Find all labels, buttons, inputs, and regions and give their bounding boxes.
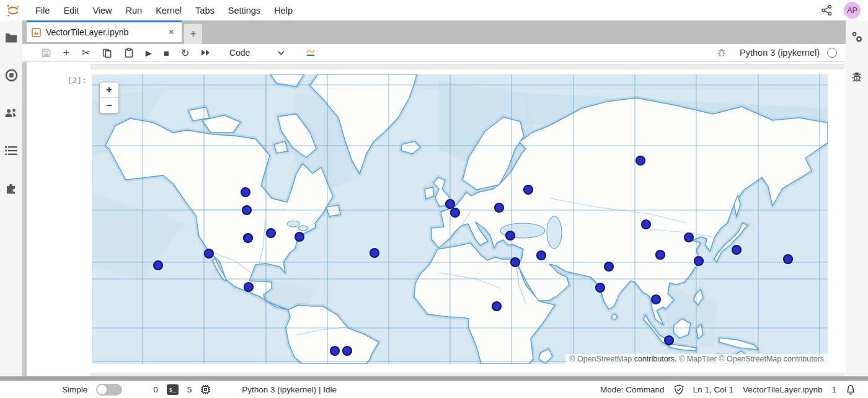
restart-kernel-icon[interactable]: ↻ [181, 48, 189, 58]
menu-item-tabs[interactable]: Tabs [188, 6, 221, 15]
zoom-out-button[interactable]: − [100, 97, 118, 113]
chevron-down-icon[interactable] [276, 48, 286, 58]
new-tab-button[interactable]: + [184, 24, 202, 44]
terminal-count[interactable]: 0 [153, 385, 158, 394]
map-marker[interactable] [656, 250, 665, 259]
bell-icon[interactable] [846, 384, 856, 396]
map-attribution[interactable]: © OpenStreetMap contributors. © MapTiler… [565, 354, 828, 364]
cell-type-select[interactable]: Code [229, 48, 250, 58]
map-marker[interactable] [446, 200, 454, 208]
map-marker[interactable] [694, 257, 703, 265]
cut-cells-icon[interactable]: ✂ [82, 48, 91, 58]
file-browser-icon[interactable] [4, 30, 18, 44]
kernel-count[interactable]: 5 [187, 385, 192, 394]
map-marker[interactable] [370, 249, 379, 257]
property-inspector-icon[interactable] [850, 30, 864, 44]
map-marker[interactable] [642, 220, 650, 229]
panel-gutter[interactable] [22, 62, 27, 376]
running-kernels-icon[interactable] [4, 68, 18, 82]
menu-bar: FileEditViewRunKernelTabsSettingsHelp AP [0, 0, 868, 20]
zoom-in-button[interactable]: + [100, 82, 118, 97]
kernel-name[interactable]: Python 3 (ipykernel) [740, 48, 820, 58]
simple-mode-label: Simple [62, 385, 87, 394]
previous-cell-edge[interactable] [91, 64, 844, 69]
map-marker[interactable] [537, 251, 546, 260]
map-marker[interactable] [506, 231, 515, 240]
menu-item-file[interactable]: File [29, 6, 56, 15]
notebook-file-icon [32, 28, 41, 37]
attribution-text: © OpenStreetMap [569, 355, 634, 363]
map-marker[interactable] [242, 206, 251, 214]
cursor-position[interactable]: Ln 1, Col 1 [693, 385, 733, 394]
map-marker[interactable] [241, 188, 250, 197]
map-zoom-control: + − [99, 82, 119, 113]
trust-shield-icon[interactable] [674, 384, 684, 395]
map-canvas[interactable] [92, 74, 828, 364]
kernel-chip-icon [200, 384, 211, 395]
debugger-toggle-icon[interactable] [717, 48, 727, 58]
tab-bar: VectorTileLayer.ipynb × + [22, 20, 846, 44]
notebook-toolbar: + ✂ ▶ ■ ↻ Code Python 3 (ipykernel) [22, 44, 846, 62]
left-sidebar [0, 20, 23, 376]
terminal-icon: $_ [167, 384, 179, 395]
tab-close-icon[interactable]: × [166, 27, 177, 38]
map-marker[interactable] [495, 203, 503, 212]
jupyter-logo-icon [6, 4, 20, 17]
table-of-contents-icon[interactable] [4, 144, 18, 157]
add-cell-icon[interactable]: + [63, 48, 70, 58]
map-marker[interactable] [652, 295, 660, 304]
menu-item-view[interactable]: View [86, 6, 118, 15]
map-marker[interactable] [784, 255, 792, 263]
kernel-status-text[interactable]: Python 3 (ipykernel) | Idle [242, 385, 337, 394]
notification-count[interactable]: 1 [831, 385, 836, 394]
map-marker[interactable] [596, 283, 604, 292]
map-marker[interactable] [295, 232, 304, 241]
tab-label: VectorTileLayer.ipynb [46, 27, 166, 37]
debugger-icon[interactable] [850, 70, 864, 84]
avatar[interactable]: AP [844, 2, 861, 19]
share-icon[interactable] [821, 4, 833, 16]
interrupt-kernel-icon[interactable]: ■ [164, 48, 169, 58]
collaborators-icon[interactable] [4, 106, 18, 120]
attribution-text: © MapTiler © OpenStreetMap contributors [677, 355, 825, 363]
run-cell-icon[interactable]: ▶ [146, 48, 152, 58]
map-marker[interactable] [684, 233, 693, 242]
mode-indicator[interactable]: Mode: Command [600, 385, 665, 394]
simple-mode-toggle[interactable] [96, 384, 122, 396]
menu-item-help[interactable]: Help [267, 6, 299, 15]
map-marker[interactable] [154, 261, 162, 270]
extension-manager-icon[interactable] [4, 182, 18, 195]
map-marker[interactable] [451, 208, 459, 217]
map-marker[interactable] [244, 234, 252, 242]
map-marker[interactable] [636, 156, 645, 165]
menu-bar-right: AP [821, 2, 868, 19]
map-output[interactable]: + − © OpenStreetMap contributors. © MapT… [92, 74, 828, 364]
map-marker[interactable] [732, 245, 741, 254]
status-file-name: VectorTileLayer.ipynb [743, 385, 823, 394]
menu-item-run[interactable]: Run [119, 6, 149, 15]
map-marker[interactable] [665, 336, 673, 345]
copy-cells-icon[interactable] [102, 48, 112, 58]
map-marker[interactable] [604, 262, 613, 271]
map-marker[interactable] [244, 283, 253, 291]
menu-item-edit[interactable]: Edit [56, 6, 86, 15]
jupyterlab-window: { "menu_bar": { "items": ["File", "Edit"… [0, 0, 868, 398]
menu-item-kernel[interactable]: Kernel [149, 6, 188, 15]
kernel-status-icon[interactable] [827, 48, 837, 58]
map-marker[interactable] [511, 258, 520, 267]
map-marker[interactable] [267, 229, 275, 237]
map-marker[interactable] [205, 249, 213, 258]
menu-item-settings[interactable]: Settings [221, 6, 267, 15]
map-marker[interactable] [330, 347, 339, 355]
kernel-activity-icon [306, 48, 316, 58]
restart-run-all-icon[interactable] [201, 48, 211, 58]
save-icon[interactable] [42, 48, 51, 58]
map-marker[interactable] [343, 347, 352, 355]
tab-vectortilelayer[interactable]: VectorTileLayer.ipynb × [27, 20, 182, 42]
status-bar: Simple 0 $_ 5 Python 3 (ipykernel) | Idl… [0, 381, 868, 398]
map-marker[interactable] [492, 302, 501, 311]
window-frame-bottom [0, 376, 868, 381]
paste-cells-icon[interactable] [124, 48, 134, 58]
map-marker[interactable] [524, 185, 533, 194]
attribution-text: contributors. [634, 355, 677, 363]
